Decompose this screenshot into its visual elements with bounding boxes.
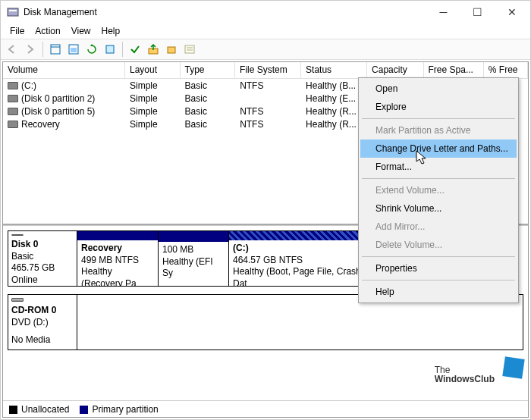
- svg-rect-0: [8, 8, 18, 16]
- partition-info: 499 MB NTFS: [81, 255, 139, 265]
- context-menu-item[interactable]: Open: [360, 80, 517, 98]
- volume-cell: Simple: [125, 80, 181, 91]
- partition-stripe: [159, 231, 228, 242]
- svg-rect-5: [71, 48, 77, 52]
- tb-icon-8[interactable]: [181, 41, 198, 58]
- volume-icon: [8, 82, 18, 89]
- col-volume[interactable]: Volume: [3, 62, 125, 78]
- legend-unallocated: Unallocated: [9, 404, 69, 415]
- volume-cell: Basic: [181, 80, 236, 91]
- context-menu-item[interactable]: Format...: [360, 158, 517, 176]
- volume-cell: (C:): [3, 80, 125, 91]
- svg-rect-8: [168, 47, 175, 53]
- disk-icon: [11, 298, 24, 302]
- context-menu-item[interactable]: Shrink Volume...: [360, 199, 517, 218]
- volume-list-header[interactable]: Volume Layout Type File System Status Ca…: [3, 62, 528, 79]
- partition[interactable]: Recovery499 MB NTFSHealthy (Recovery Pa: [77, 230, 159, 287]
- volume-icon: [8, 121, 18, 128]
- col-type[interactable]: Type: [181, 62, 236, 78]
- maximize-button[interactable]: ☐: [460, 1, 495, 24]
- disk-type: Basic: [11, 251, 74, 263]
- legend-primary: Primary partition: [80, 404, 158, 415]
- disk-label[interactable]: CD-ROM 0DVD (D:)No Media: [8, 294, 77, 350]
- volume-cell: Simple: [125, 93, 181, 104]
- refresh-icon[interactable]: [83, 41, 100, 58]
- partition-status: Healthy (EFI Sy: [162, 256, 213, 279]
- disk-size: 465.75 GB: [11, 262, 74, 274]
- col-fs[interactable]: File System: [235, 62, 301, 78]
- tb-icon-7[interactable]: [163, 41, 180, 58]
- tb-icon-6[interactable]: [145, 41, 162, 58]
- disk-status: Online: [11, 274, 74, 287]
- disk-name: Disk 0: [11, 239, 74, 251]
- disk-status: No Media: [11, 334, 74, 346]
- context-menu-separator: [362, 280, 515, 281]
- menu-view[interactable]: View: [67, 24, 96, 38]
- forward-button: [22, 41, 39, 58]
- watermark: The WindowsClub: [435, 365, 495, 384]
- col-status[interactable]: Status: [301, 62, 367, 78]
- window-title: Disk Management: [24, 7, 426, 17]
- back-button: [4, 41, 20, 58]
- volume-icon: [8, 108, 18, 115]
- partition-stripe: [77, 231, 158, 240]
- col-free[interactable]: Free Spa...: [424, 62, 484, 78]
- partition-info: 464.57 GB NTFS: [233, 255, 303, 265]
- col-layout[interactable]: Layout: [125, 62, 181, 78]
- partition-title: (C:): [233, 243, 249, 253]
- svg-rect-2: [51, 45, 60, 54]
- partition-status: Healthy (Recovery Pa: [81, 266, 137, 286]
- partition-title: Recovery: [81, 243, 122, 253]
- context-menu-separator: [362, 178, 515, 179]
- tb-icon-2[interactable]: [65, 41, 82, 58]
- menu-file[interactable]: File: [5, 24, 29, 38]
- context-menu-item[interactable]: Explore: [360, 98, 517, 116]
- volume-cell: Recovery: [3, 119, 125, 130]
- context-menu[interactable]: OpenExploreMark Partition as ActiveChang…: [358, 77, 519, 303]
- volume-cell: NTFS: [235, 119, 301, 130]
- volume-cell: Simple: [125, 119, 181, 130]
- context-menu-item: Delete Volume...: [360, 236, 517, 254]
- col-capacity[interactable]: Capacity: [367, 62, 423, 78]
- tb-icon-5[interactable]: [127, 41, 143, 58]
- volume-cell: Basic: [181, 119, 236, 130]
- context-menu-separator: [362, 118, 515, 119]
- watermark-square-icon: [502, 356, 524, 378]
- context-menu-separator: [362, 256, 515, 257]
- volume-icon: [8, 95, 18, 102]
- col-pct[interactable]: % Free: [484, 62, 528, 78]
- volume-cell: (Disk 0 partition 5): [3, 106, 125, 117]
- context-menu-item: Add Mirror...: [360, 218, 517, 236]
- tb-icon-4[interactable]: [102, 41, 118, 58]
- disk-icon: [11, 234, 24, 236]
- partition[interactable]: 100 MBHealthy (EFI Sy: [158, 230, 229, 287]
- svg-rect-9: [185, 45, 194, 53]
- menu-action[interactable]: Action: [30, 24, 64, 38]
- minimize-button[interactable]: ─: [426, 1, 460, 24]
- volume-cell: Basic: [181, 93, 236, 104]
- menu-help[interactable]: Help: [97, 24, 125, 38]
- context-menu-item[interactable]: Help: [360, 283, 517, 301]
- app-icon: [7, 6, 19, 18]
- context-menu-item: Mark Partition as Active: [360, 121, 517, 139]
- svg-rect-1: [9, 10, 17, 11]
- disk-type: DVD (D:): [11, 317, 74, 329]
- context-menu-item[interactable]: Properties: [360, 259, 517, 277]
- svg-rect-6: [106, 45, 114, 53]
- volume-cell: Simple: [125, 106, 181, 117]
- menubar: File Action View Help: [1, 24, 530, 39]
- disk-label[interactable]: Disk 0Basic465.75 GBOnline: [8, 230, 77, 287]
- context-menu-item: Extend Volume...: [360, 181, 517, 199]
- tb-icon-1[interactable]: [47, 41, 64, 58]
- partition-info: 100 MB: [162, 244, 193, 255]
- titlebar[interactable]: Disk Management ─ ☐ ✕: [1, 1, 530, 24]
- close-button[interactable]: ✕: [495, 1, 529, 24]
- volume-cell: NTFS: [235, 106, 301, 117]
- volume-cell: (Disk 0 partition 2): [3, 93, 125, 104]
- volume-cell: NTFS: [235, 80, 301, 91]
- context-menu-item[interactable]: Change Drive Letter and Paths...: [360, 139, 517, 158]
- volume-cell: Basic: [181, 106, 236, 117]
- toolbar: [1, 39, 530, 60]
- disk-name: CD-ROM 0: [11, 305, 74, 317]
- legend: Unallocated Primary partition: [3, 400, 528, 417]
